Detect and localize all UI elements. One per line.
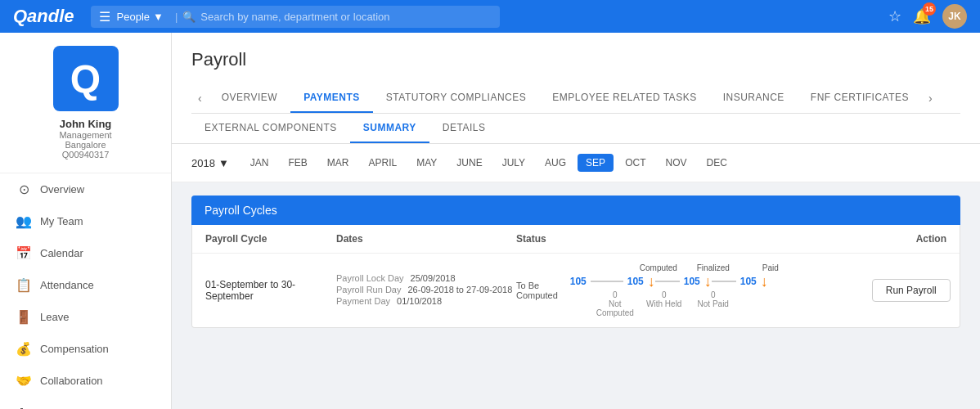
status-value2: Computed [516, 290, 558, 300]
profile-location: Bangalore [65, 140, 106, 150]
star-icon[interactable]: ☆ [888, 7, 901, 25]
overview-icon: ⊙ [16, 182, 32, 197]
tabs-prev-arrow[interactable]: ‹ [191, 92, 209, 105]
payment-day-value: 01/10/2018 [397, 296, 442, 306]
attendance-icon: 📋 [16, 277, 32, 293]
payroll-cycles-header: Payroll Cycles [191, 196, 960, 225]
run-payroll-button[interactable]: Run Payroll [872, 279, 951, 302]
month-june[interactable]: JUNE [448, 154, 490, 172]
subtabs: EXTERNAL COMPONENTS SUMMARY DETAILS [172, 114, 980, 144]
navbar-right: ☆ 🔔 15 JK [888, 4, 967, 29]
collaboration-icon: 🤝 [16, 373, 32, 389]
not-computed-label: 0 Not Computed [591, 290, 640, 317]
sidebar-item-leave[interactable]: 🚪 Leave [0, 301, 171, 333]
month-oct[interactable]: OCT [617, 154, 654, 172]
sidebar-item-assets-label: Assets [40, 407, 72, 410]
subtab-summary[interactable]: SUMMARY [350, 114, 429, 143]
menu-icon[interactable]: ☰ [99, 9, 110, 25]
flow-arrow-2: ↓ [704, 274, 712, 289]
profile-role: Management [59, 130, 111, 140]
month-feb[interactable]: FEB [280, 154, 315, 172]
dates-cell: Payroll Lock Day 25/09/2018 Payroll Run … [336, 273, 516, 308]
status-value: To Be [516, 281, 558, 290]
table-header-row: Payroll Cycle Dates Status Action [192, 225, 960, 254]
month-jan[interactable]: JAN [242, 154, 277, 172]
assets-icon: 🗂 [16, 405, 32, 409]
search-input[interactable] [200, 11, 413, 23]
col-header-action: Action [783, 233, 946, 245]
flow-line-1 [591, 281, 623, 282]
payment-day-label: Payment Day [336, 296, 390, 306]
sidebar-item-compensation-label: Compensation [40, 343, 109, 355]
sidebar-item-my-team[interactable]: 👥 My Team [0, 205, 171, 237]
sidebar-item-calendar-label: Calendar [40, 247, 83, 259]
sidebar-item-collaboration[interactable]: 🤝 Collaboration [0, 365, 171, 397]
month-aug[interactable]: AUG [537, 154, 574, 172]
flow-val-2: 105 [623, 276, 648, 287]
profile-avatar: Q [53, 46, 119, 111]
sidebar-item-compensation[interactable]: 💰 Compensation [0, 333, 171, 365]
nav-divider: | [175, 11, 178, 23]
run-day-label: Payroll Run Day [336, 285, 401, 294]
avatar[interactable]: JK [942, 4, 967, 29]
month-may[interactable]: MAY [408, 154, 445, 172]
notifications-icon[interactable]: 🔔 15 [913, 7, 931, 25]
month-sep[interactable]: SEP [578, 154, 614, 172]
search-icon: 🔍 [182, 11, 196, 23]
payroll-cycles-section: Payroll Cycles Payroll Cycle Dates Statu… [172, 182, 980, 341]
leave-icon: 🚪 [16, 309, 32, 325]
month-april[interactable]: APRIL [360, 154, 405, 172]
table-row: 01-September to 30-September Payroll Loc… [192, 254, 960, 327]
month-dec[interactable]: DEC [698, 154, 735, 172]
status-text: To Be Computed [516, 281, 558, 300]
dropdown-arrow-icon: ▼ [153, 11, 164, 23]
year-dropdown-arrow-icon: ▼ [218, 157, 229, 169]
profile-id: Q00940317 [62, 150, 110, 160]
sidebar-item-overview-label: Overview [40, 183, 84, 196]
tab-fnf-certificates[interactable]: FNF CERTIFICATES [798, 83, 922, 113]
tab-insurance[interactable]: INSURANCE [710, 83, 798, 113]
computed-top-label: Computed [640, 263, 672, 272]
my-team-icon: 👥 [16, 213, 32, 229]
flow-val-1: 105 [566, 276, 591, 287]
flow-arrow-1: ↓ [648, 274, 655, 289]
with-held-label: 0 With Held [640, 290, 689, 308]
people-dropdown[interactable]: People ▼ [117, 11, 164, 23]
sidebar-item-overview[interactable]: ⊙ Overview [0, 173, 171, 205]
month-mar[interactable]: MAR [319, 154, 357, 172]
brand-logo: Qandle [13, 6, 74, 27]
col-header-status: Status [516, 233, 783, 245]
sidebar-item-collaboration-label: Collaboration [40, 375, 103, 387]
sidebar-item-assets[interactable]: 🗂 Assets [0, 397, 171, 409]
main-tabs: ‹ OVERVIEW PAYMENTS STATUTORY COMPLIANCE… [191, 83, 960, 114]
tab-overview[interactable]: OVERVIEW [209, 83, 290, 113]
page-header: Payroll ‹ OVERVIEW PAYMENTS STATUTORY CO… [172, 33, 980, 114]
layout: Q John King Management Bangalore Q009403… [0, 33, 980, 409]
sidebar-item-calendar[interactable]: 📅 Calendar [0, 237, 171, 269]
sidebar-item-leave-label: Leave [40, 311, 69, 323]
paid-top-label: Paid [754, 263, 787, 272]
sidebar-nav: ⊙ Overview 👥 My Team 📅 Calendar 📋 Attend… [0, 173, 171, 409]
year-dropdown[interactable]: 2018 ▼ [191, 157, 229, 169]
month-nov[interactable]: NOV [657, 154, 695, 172]
tab-statutory-compliances[interactable]: STATUTORY COMPLIANCES [373, 83, 539, 113]
flow-arrow-3: ↓ [761, 274, 768, 289]
flow-line-2 [655, 281, 680, 282]
people-label: People [117, 11, 150, 23]
sidebar-profile: Q John King Management Bangalore Q009403… [0, 33, 171, 173]
tabs-next-arrow[interactable]: › [922, 92, 939, 105]
subtab-external-components[interactable]: EXTERNAL COMPONENTS [191, 114, 350, 143]
subtab-details[interactable]: DETAILS [429, 114, 499, 143]
month-selector: 2018 ▼ JAN FEB MAR APRIL MAY JUNE JULY A… [172, 144, 980, 182]
notification-badge: 15 [923, 2, 936, 16]
month-july[interactable]: JULY [494, 154, 533, 172]
sidebar-item-attendance[interactable]: 📋 Attendance [0, 269, 171, 301]
col-header-dates: Dates [336, 233, 516, 245]
tab-employee-related-tasks[interactable]: EMPLOYEE RELATED TASKS [539, 83, 709, 113]
main-content: Payroll ‹ OVERVIEW PAYMENTS STATUTORY CO… [172, 33, 980, 409]
status-flow-cell: To Be Computed Computed Finalized [516, 263, 787, 317]
action-cell: Run Payroll [787, 279, 951, 302]
sidebar: Q John King Management Bangalore Q009403… [0, 33, 172, 409]
cycle-name-text: 01-September to 30-September [205, 279, 336, 302]
tab-payments[interactable]: PAYMENTS [290, 83, 373, 113]
